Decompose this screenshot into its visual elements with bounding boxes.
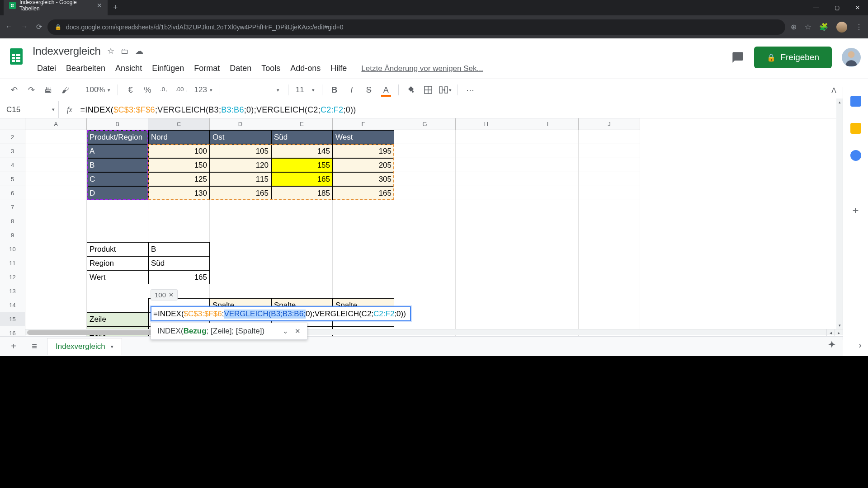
cell-I4[interactable] [517, 158, 579, 172]
number-format-dropdown[interactable]: 123▾ [191, 85, 215, 94]
row-header-14[interactable]: 14 [0, 298, 25, 312]
cell-D4[interactable]: 120 [210, 158, 271, 172]
cell-C12[interactable]: 165 [148, 270, 210, 284]
row-header-13[interactable]: 13 [0, 284, 25, 298]
italic-button[interactable]: I [344, 82, 359, 98]
window-minimize[interactable]: — [806, 0, 826, 15]
cell-D6[interactable]: 165 [210, 186, 271, 200]
col-header-A[interactable]: A [25, 118, 87, 130]
menu-einfuegen[interactable]: Einfügen [147, 62, 189, 75]
cell-J6[interactable] [579, 186, 640, 200]
vertical-scrollbar[interactable]: ▴ ▾ [836, 99, 843, 329]
strikethrough-button[interactable]: S [361, 82, 377, 98]
menu-hilfe[interactable]: Hilfe [326, 62, 351, 75]
last-edit-link[interactable]: Letzte Änderung vor wenigen Sek... [352, 64, 483, 73]
cell-J4[interactable] [579, 158, 640, 172]
cell-A4[interactable] [25, 158, 87, 172]
browser-menu-icon[interactable]: ⋮ [855, 23, 863, 31]
sheet-tab-indexvergleich[interactable]: Indexvergleich ▾ [47, 338, 122, 355]
font-size-dropdown[interactable]: 11▾ [293, 85, 317, 94]
cell-A2[interactable] [25, 130, 87, 144]
text-color-button[interactable]: A [378, 82, 394, 98]
menu-bearbeiten[interactable]: Bearbeiten [61, 62, 110, 75]
row-header-8[interactable]: 8 [0, 214, 25, 228]
menu-addons[interactable]: Add-ons [286, 62, 325, 75]
cell-G6[interactable] [394, 186, 456, 200]
sheet-tab-menu-icon[interactable]: ▾ [111, 344, 113, 350]
cell-H5[interactable] [456, 172, 517, 186]
cell-B5[interactable]: C [87, 172, 148, 186]
zoom-icon[interactable]: ⊕ [791, 23, 797, 31]
menu-tools[interactable]: Tools [257, 62, 285, 75]
bold-button[interactable]: B [327, 82, 342, 98]
add-sheet-button[interactable]: + [5, 338, 22, 355]
currency-button[interactable]: € [123, 82, 138, 98]
profile-avatar-small[interactable] [836, 22, 847, 33]
borders-button[interactable] [420, 82, 436, 98]
cell-B4[interactable]: B [87, 158, 148, 172]
cell-F6[interactable]: 165 [333, 186, 394, 200]
document-title[interactable]: Indexvergleich [33, 45, 101, 57]
cell-J3[interactable] [579, 144, 640, 158]
fn-help-close-icon[interactable]: ✕ [295, 327, 301, 335]
browser-tab[interactable]: Indexvergleich - Google Tabellen ✕ [4, 0, 108, 15]
cell-I2[interactable] [517, 130, 579, 144]
decrease-decimal-button[interactable]: .0← [157, 82, 172, 98]
row-header-15[interactable]: 15 [0, 312, 25, 326]
col-header-C[interactable]: C [148, 118, 210, 130]
sheets-logo[interactable] [5, 45, 28, 68]
col-header-D[interactable]: D [210, 118, 271, 130]
cell-I5[interactable] [517, 172, 579, 186]
cell-A6[interactable] [25, 186, 87, 200]
select-all-corner[interactable] [0, 118, 25, 130]
cell-I6[interactable] [517, 186, 579, 200]
hscroll-right-icon[interactable]: ▸ [835, 329, 843, 336]
tab-close-icon[interactable]: ✕ [97, 2, 102, 9]
cell-C3[interactable]: 100 [148, 144, 210, 158]
cell-C6[interactable]: 130 [148, 186, 210, 200]
cell-H2[interactable] [456, 130, 517, 144]
cell-C4[interactable]: 150 [148, 158, 210, 172]
menu-datei[interactable]: Datei [33, 62, 61, 75]
col-header-E[interactable]: E [271, 118, 333, 130]
cell-E4[interactable]: 155 [271, 158, 333, 172]
cell-B11[interactable]: Region [87, 256, 148, 270]
window-close[interactable]: ✕ [847, 0, 868, 15]
new-tab-button[interactable]: + [108, 3, 123, 12]
menu-format[interactable]: Format [189, 62, 224, 75]
account-avatar[interactable] [842, 48, 861, 67]
cell-C2[interactable]: Nord [148, 130, 210, 144]
increase-decimal-button[interactable]: .00→ [174, 82, 189, 98]
bookmark-icon[interactable]: ☆ [805, 23, 811, 31]
cell-B15[interactable]: Zeile [87, 312, 148, 326]
window-maximize[interactable]: ▢ [826, 0, 847, 15]
fn-help-expand-icon[interactable]: ⌄ [283, 327, 288, 335]
cell-A3[interactable] [25, 144, 87, 158]
cell-H4[interactable] [456, 158, 517, 172]
horizontal-scrollbar[interactable]: ◂ ▸ [25, 329, 843, 335]
comments-icon[interactable] [731, 51, 744, 64]
col-header-F[interactable]: F [333, 118, 394, 130]
cell-J5[interactable] [579, 172, 640, 186]
reload-button[interactable]: ⟳ [36, 23, 42, 31]
cell-H3[interactable] [456, 144, 517, 158]
cell-C11[interactable]: Süd [148, 256, 210, 270]
col-header-B[interactable]: B [87, 118, 148, 130]
row-header-7[interactable]: 7 [0, 200, 25, 214]
cell-D5[interactable]: 115 [210, 172, 271, 186]
name-box-dropdown-icon[interactable]: ▾ [52, 107, 55, 113]
cell-I3[interactable] [517, 144, 579, 158]
cell-G5[interactable] [394, 172, 456, 186]
col-header-I[interactable]: I [517, 118, 579, 130]
hscroll-left-icon[interactable]: ◂ [826, 329, 835, 336]
row-header-10[interactable]: 10 [0, 242, 25, 256]
row-header-5[interactable]: 5 [0, 172, 25, 186]
cell-F4[interactable]: 205 [333, 158, 394, 172]
row-header-12[interactable]: 12 [0, 270, 25, 284]
hide-side-panel-icon[interactable]: › [859, 340, 862, 350]
cell-E3[interactable]: 145 [271, 144, 333, 158]
formula-bar[interactable]: =INDEX($C$3:$F$6;VERGLEICH(B3;B3:B6;0);V… [80, 105, 865, 115]
fill-color-button[interactable] [403, 82, 419, 98]
col-header-J[interactable]: J [579, 118, 640, 130]
font-dropdown[interactable]: ▾ [225, 83, 283, 97]
